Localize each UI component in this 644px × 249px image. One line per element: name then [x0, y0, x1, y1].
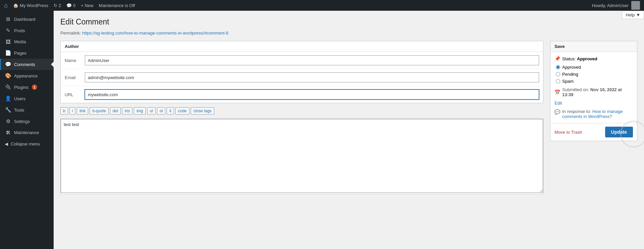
radio-pending-input[interactable] [556, 72, 560, 76]
posts-icon: ✎ [5, 27, 11, 34]
howdy-text: Howdy, AdminUser [592, 3, 629, 8]
url-label: URL [65, 92, 85, 97]
submitted-text: Submitted on: Nov 10, 2022 at 13:39 [562, 87, 633, 97]
toolbar-italic[interactable]: i [69, 107, 76, 115]
content-layout: Author Name Email URL [60, 41, 637, 194]
status-value: Approved [577, 56, 597, 61]
tools-icon: 🔧 [5, 107, 11, 113]
toolbar-bquote[interactable]: b-quote [90, 107, 109, 115]
name-label: Name [65, 58, 85, 63]
radio-group: Approved Pending Spam [554, 65, 633, 84]
pages-icon: 📄 [5, 50, 11, 56]
toolbar-ins[interactable]: ins [122, 107, 132, 115]
update-button[interactable]: Update [605, 127, 633, 137]
url-row: URL [61, 86, 543, 103]
wp-logo-icon[interactable]: ⌂ [4, 2, 8, 9]
sidebar-item-settings[interactable]: ⚙ Settings [0, 116, 54, 127]
permalink-label: Permalink: [60, 30, 81, 36]
radio-approved-input[interactable] [556, 65, 560, 69]
dashboard-icon: ⊞ [5, 16, 11, 22]
comments-icon: 💬 [5, 61, 11, 67]
permalink-row: Permalink: https://sg-testing.com/how-to… [60, 30, 637, 36]
name-input[interactable] [85, 55, 539, 65]
save-box-footer: Move to Trash Update [550, 123, 637, 141]
sidebar-label-comments: Comments [14, 62, 35, 67]
page-title: Edit Comment [60, 17, 637, 26]
adminbar-site[interactable]: 🏠 My WordPress [10, 0, 51, 11]
response-link[interactable]: How to manage comments in WordPress? [562, 109, 623, 119]
radio-pending[interactable]: Pending [556, 72, 633, 77]
save-box-body: 📌 Status: Approved Approved Pending [550, 52, 637, 123]
trash-link[interactable]: Move to Trash [554, 130, 582, 135]
status-label: Status: Approved [562, 56, 597, 61]
author-header: Author [61, 41, 543, 52]
avatar[interactable] [631, 1, 640, 10]
name-row: Name [61, 52, 543, 69]
toolbar-img[interactable]: img [134, 107, 145, 115]
adminbar-comments[interactable]: 💬 0 [64, 0, 78, 11]
sidebar-label-dashboard: Dashboard [14, 17, 36, 22]
sidebar-item-plugins[interactable]: 🔌 Plugins 1 [0, 81, 54, 93]
chevron-down-icon: ▼ [636, 12, 640, 17]
comment-icon: 💬 [554, 109, 560, 115]
radio-spam-label: Spam [562, 79, 574, 84]
sidebar-item-pages[interactable]: 📄 Pages [0, 47, 54, 59]
editor-wrap: test test [60, 119, 543, 194]
sidebar-item-tools[interactable]: 🔧 Tools [0, 104, 54, 116]
calendar-icon: 📅 [554, 89, 560, 95]
collapse-menu-button[interactable]: ◀ Collapse menu [0, 138, 54, 150]
response-row: 💬 In response to: How to manage comments… [554, 109, 633, 119]
toolbar-close-tags[interactable]: close tags [191, 107, 214, 115]
permalink-link[interactable]: https://sg-testing.com/how-to-manage-com… [82, 30, 228, 36]
sidebar-label-pages: Pages [14, 51, 26, 56]
radio-pending-label: Pending [562, 72, 578, 77]
adminbar-maintenance[interactable]: Maintenance is Off [96, 0, 138, 11]
adminbar-new[interactable]: + New [78, 0, 96, 11]
submitted-row: 📅 Submitted on: Nov 10, 2022 at 13:39 [554, 87, 633, 97]
radio-spam-input[interactable] [556, 79, 560, 83]
email-row: Email [61, 69, 543, 86]
content-main: Author Name Email URL [60, 41, 543, 194]
sidebar-label-plugins: Plugins [14, 85, 28, 90]
save-box-header: Save [550, 41, 637, 52]
adminbar-updates[interactable]: ↻ 2 [51, 0, 64, 11]
sidebar-item-posts[interactable]: ✎ Posts [0, 25, 54, 36]
toolbar-link[interactable]: link [77, 107, 88, 115]
radio-approved[interactable]: Approved [556, 65, 633, 70]
toolbar-bold[interactable]: b [60, 107, 68, 115]
toolbar-ol[interactable]: ol [157, 107, 165, 115]
sidebar-label-posts: Posts [14, 28, 25, 33]
toolbar-del[interactable]: del [110, 107, 121, 115]
toolbar-li[interactable]: li [167, 107, 174, 115]
plugins-icon: 🔌 [5, 84, 11, 90]
edit-link[interactable]: Edit [554, 101, 633, 106]
collapse-label: Collapse menu [11, 141, 40, 146]
submitted-value: Nov 10, 2022 at 13:39 [562, 87, 622, 97]
sidebar-item-comments[interactable]: 💬 Comments [0, 59, 54, 70]
sidebar-label-tools: Tools [14, 108, 24, 113]
comment-textarea[interactable]: test test [61, 119, 543, 193]
sidebar-label-media: Media [14, 39, 26, 44]
url-input[interactable] [85, 89, 539, 100]
toolbar-code[interactable]: code [175, 107, 189, 115]
sidebar-item-media[interactable]: 🖼 Media [0, 36, 54, 47]
users-icon: 👤 [5, 96, 11, 102]
sidebar-item-dashboard[interactable]: ⊞ Dashboard [0, 13, 54, 25]
radio-spam[interactable]: Spam [556, 79, 633, 84]
email-label: Email [65, 75, 85, 80]
sidebar-label-appearance: Appearance [14, 73, 38, 78]
help-button[interactable]: Help ▼ [622, 11, 644, 19]
editor-toolbar: b i link b-quote del ins img ul ol li co… [60, 107, 543, 115]
status-row: 📌 Status: Approved [554, 56, 633, 61]
toolbar-ul[interactable]: ul [147, 107, 156, 115]
sidebar-item-maintenance[interactable]: 🛠 Maintenance [0, 127, 54, 138]
author-box: Author Name Email URL [60, 41, 543, 103]
sidebar: ⊞ Dashboard ✎ Posts 🖼 Media 📄 Pages 💬 Co… [0, 11, 54, 249]
sidebar-item-users[interactable]: 👤 Users [0, 93, 54, 104]
pin-icon: 📌 [554, 56, 560, 61]
sidebar-label-maintenance: Maintenance [14, 130, 39, 135]
sidebar-item-appearance[interactable]: 🎨 Appearance [0, 70, 54, 81]
sidebar-label-settings: Settings [14, 119, 30, 124]
email-input[interactable] [85, 72, 539, 82]
response-text: In response to: How to manage comments i… [562, 109, 633, 119]
